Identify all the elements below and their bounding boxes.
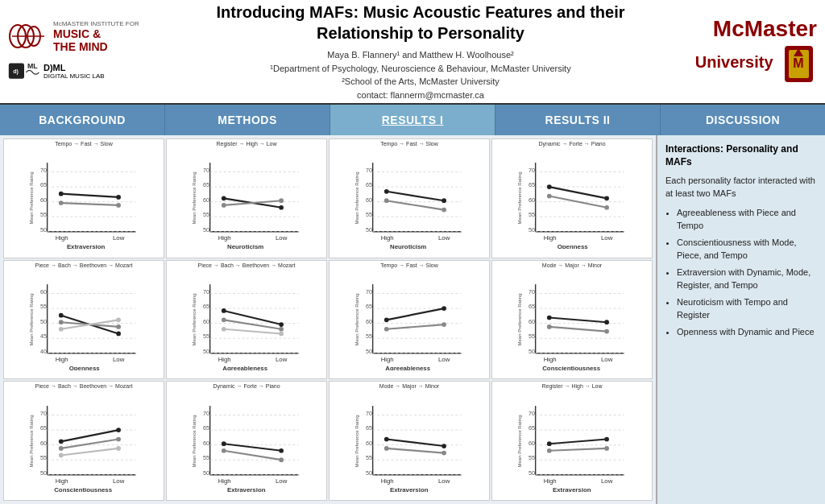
svg-text:Low: Low <box>113 477 125 484</box>
chart-row1-col4: Dynamic → Forte → Piano Mean Preference … <box>491 138 653 258</box>
poster-title: Introducing MAFs: Music Acoustic Feature… <box>177 2 664 43</box>
y-label-r1c2: Mean Preference Rating <box>192 172 197 225</box>
y-label-r1c1: Mean Preference Rating <box>29 172 34 225</box>
svg-text:65: 65 <box>40 182 47 188</box>
svg-text:60: 60 <box>529 440 535 446</box>
svg-point-45 <box>279 205 284 210</box>
mcmaster-logo: McMaster University M <box>695 17 817 86</box>
svg-point-44 <box>222 196 226 201</box>
header-left: McMASTER INSTITUTE FOR MUSIC & THE MIND … <box>8 20 169 84</box>
svg-text:65: 65 <box>203 304 209 310</box>
svg-text:60: 60 <box>366 197 372 204</box>
svg-text:70: 70 <box>203 288 209 295</box>
svg-text:70: 70 <box>40 410 47 416</box>
svg-text:60: 60 <box>203 440 209 446</box>
svg-text:Low: Low <box>438 356 450 363</box>
svg-point-203 <box>279 448 284 453</box>
svg-text:Agreeableness: Agreeableness <box>222 365 267 370</box>
svg-text:Low: Low <box>601 234 613 242</box>
svg-text:d): d) <box>13 68 19 75</box>
svg-point-104 <box>116 324 121 329</box>
y-label-r3c2: Mean Preference Rating <box>192 415 197 467</box>
svg-point-27 <box>59 200 64 205</box>
svg-text:60: 60 <box>529 319 535 325</box>
svg-text:High: High <box>380 477 393 484</box>
svg-point-84 <box>547 194 552 199</box>
svg-text:65: 65 <box>529 304 535 310</box>
chart-row2-col3: Tempo → Fast → Slow Mean Preference Rati… <box>329 260 490 380</box>
chart-svg-r2c3: High Low 50 55 60 65 70 Agreeableness <box>339 279 480 370</box>
chart-row2-col2: Piece → Bach → Beethoven → Mozart Mean P… <box>166 260 327 380</box>
svg-point-185 <box>59 452 64 457</box>
svg-text:55: 55 <box>40 212 47 218</box>
sidebar-item-4: Neuroticism with Tempo and Register <box>677 295 817 322</box>
svg-text:Low: Low <box>113 356 125 363</box>
svg-text:70: 70 <box>529 167 535 174</box>
institute-name: McMASTER INSTITUTE FOR MUSIC & THE MIND <box>53 20 139 53</box>
svg-text:Low: Low <box>601 356 613 363</box>
svg-point-28 <box>116 203 121 208</box>
svg-text:55: 55 <box>203 455 209 461</box>
chart-title-r1c2: Register → High → Low <box>168 141 325 147</box>
svg-text:Low: Low <box>438 234 450 242</box>
svg-text:55: 55 <box>529 333 535 340</box>
chart-svg-r3c2: High Low 50 55 60 65 70 Extraversion <box>176 400 317 492</box>
svg-point-204 <box>222 448 226 453</box>
header: McMASTER INSTITUTE FOR MUSIC & THE MIND … <box>0 0 825 105</box>
svg-text:High: High <box>218 356 230 363</box>
nav-background[interactable]: BACKGROUND <box>0 105 165 135</box>
chart-title-r1c3: Tempo → Fast → Slow <box>331 141 487 147</box>
svg-point-222 <box>442 444 446 448</box>
svg-text:Extraversion: Extraversion <box>390 486 429 492</box>
svg-text:High: High <box>380 234 393 242</box>
svg-text:50: 50 <box>40 469 47 476</box>
svg-text:High: High <box>380 356 393 363</box>
svg-text:70: 70 <box>366 288 372 295</box>
waves-icon <box>8 20 48 52</box>
svg-text:High: High <box>543 234 556 242</box>
svg-text:Low: Low <box>276 477 288 484</box>
chart-svg-r2c4: High Low 50 55 60 65 70 Conscientiousnes… <box>502 279 643 370</box>
chart-title-r3c4: Register → High → Low <box>494 383 650 389</box>
nav-discussion[interactable]: DISCUSSION <box>661 105 825 135</box>
svg-text:50: 50 <box>366 349 372 355</box>
dml-label: D)ML DIGITAL MUSIC LAB <box>44 63 105 80</box>
svg-text:50: 50 <box>529 227 535 233</box>
svg-point-26 <box>116 195 121 200</box>
svg-point-202 <box>222 441 226 446</box>
svg-text:Openness: Openness <box>68 365 99 370</box>
svg-text:55: 55 <box>366 455 372 461</box>
chart-svg-r3c4: High Low 50 55 60 65 70 Extraversion <box>502 400 643 492</box>
svg-text:High: High <box>55 234 68 242</box>
sidebar-item-5: Openness with Dynamic and Piece <box>677 325 817 339</box>
svg-point-164 <box>547 324 552 329</box>
svg-point-47 <box>279 199 284 204</box>
svg-point-106 <box>116 317 121 322</box>
svg-text:50: 50 <box>40 319 47 325</box>
svg-point-65 <box>384 199 389 204</box>
sidebar-intro: Each personality factor interacted with … <box>665 175 817 200</box>
svg-text:40: 40 <box>40 349 47 355</box>
svg-point-123 <box>279 322 284 327</box>
chart-svg-r1c2: High Low 50 55 60 65 70 Neuroticism <box>176 157 317 249</box>
chart-title-r2c2: Piece → Bach → Beethoven → Mozart <box>168 262 325 268</box>
nav-methods[interactable]: METHODS <box>165 105 330 135</box>
chart-title-r3c3: Mode → Major → Minor <box>331 383 487 389</box>
y-label-r1c4: Mean Preference Rating <box>517 172 522 225</box>
svg-point-181 <box>59 439 64 444</box>
svg-text:65: 65 <box>203 425 209 432</box>
chart-svg-r3c3: High Low 50 55 60 65 70 Extraversion <box>339 400 480 492</box>
svg-text:55: 55 <box>40 455 47 461</box>
svg-text:Low: Low <box>601 477 613 484</box>
chart-svg-r3c1: High Low 50 55 60 65 70 <box>14 400 155 492</box>
svg-point-143 <box>384 317 389 322</box>
chart-title-r2c3: Tempo → Fast → Slow <box>331 262 487 268</box>
svg-text:65: 65 <box>366 182 372 188</box>
institute-logo: McMASTER INSTITUTE FOR MUSIC & THE MIND <box>8 20 139 53</box>
nav-results-1[interactable]: RESULTS I <box>330 105 495 135</box>
svg-text:65: 65 <box>40 425 47 432</box>
chart-row2-col4: Mode → Major → Minor Mean Preference Rat… <box>491 260 653 380</box>
nav-results-2[interactable]: RESULTS II <box>495 105 661 135</box>
svg-point-224 <box>442 450 446 455</box>
svg-point-223 <box>384 446 389 451</box>
